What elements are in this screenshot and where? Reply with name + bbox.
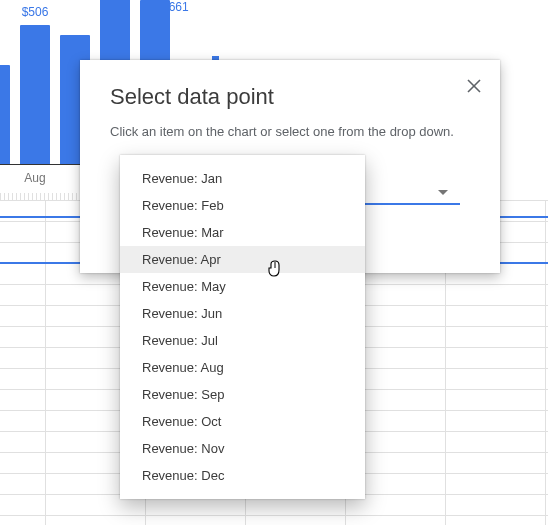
- close-button[interactable]: [462, 74, 486, 98]
- menu-item-nov[interactable]: Revenue: Nov: [120, 435, 365, 462]
- menu-item-apr[interactable]: Revenue: Apr: [120, 246, 365, 273]
- chevron-down-icon[interactable]: [438, 190, 448, 195]
- bar-value-label: $661: [162, 0, 189, 14]
- x-tick: Aug: [20, 171, 50, 185]
- data-point-dropdown-menu[interactable]: Revenue: Jan Revenue: Feb Revenue: Mar R…: [120, 155, 365, 499]
- x-tick: [0, 171, 10, 185]
- menu-item-sep[interactable]: Revenue: Sep: [120, 381, 365, 408]
- menu-item-jun[interactable]: Revenue: Jun: [120, 300, 365, 327]
- dialog-title: Select data point: [80, 60, 500, 110]
- menu-item-dec[interactable]: Revenue: Dec: [120, 462, 365, 489]
- menu-item-jul[interactable]: Revenue: Jul: [120, 327, 365, 354]
- bar-value-label: $506: [22, 5, 49, 19]
- menu-item-oct[interactable]: Revenue: Oct: [120, 408, 365, 435]
- menu-item-mar[interactable]: Revenue: Mar: [120, 219, 365, 246]
- bar[interactable]: [0, 65, 10, 165]
- menu-item-jan[interactable]: Revenue: Jan: [120, 165, 365, 192]
- menu-item-feb[interactable]: Revenue: Feb: [120, 192, 365, 219]
- menu-item-may[interactable]: Revenue: May: [120, 273, 365, 300]
- bar[interactable]: $506: [20, 25, 50, 165]
- dialog-subtitle: Click an item on the chart or select one…: [80, 110, 500, 139]
- menu-item-aug[interactable]: Revenue: Aug: [120, 354, 365, 381]
- close-icon: [467, 79, 481, 93]
